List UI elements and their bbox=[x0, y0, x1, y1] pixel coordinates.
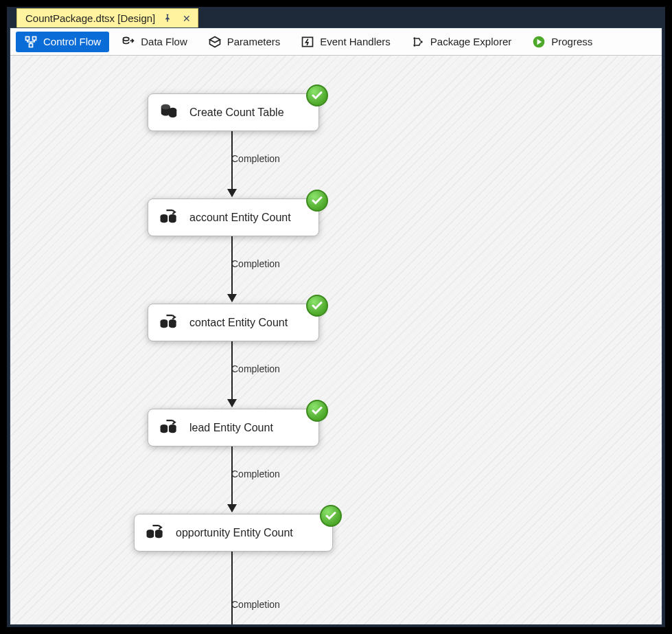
arrow-down-icon bbox=[227, 504, 237, 512]
pin-icon[interactable] bbox=[161, 13, 174, 24]
arrow-down-icon bbox=[227, 399, 237, 407]
document-tab[interactable]: CountPackage.dtsx [Design] ✕ bbox=[16, 8, 198, 27]
task-contact-entity-count[interactable]: contact Entity Count bbox=[148, 304, 319, 341]
task-label: Create Count Table bbox=[189, 106, 284, 119]
parameters-icon bbox=[208, 35, 222, 49]
svg-rect-1 bbox=[33, 36, 36, 40]
connector[interactable]: Completion bbox=[231, 552, 233, 624]
connector-label: Completion bbox=[230, 468, 281, 479]
designer-frame: Control Flow Data Flow Parameters Event … bbox=[10, 27, 662, 625]
connector[interactable]: Completion bbox=[231, 236, 233, 302]
tab-control-flow[interactable]: Control Flow bbox=[16, 32, 109, 52]
connector-label: Completion bbox=[230, 153, 281, 164]
arrow-down-icon bbox=[227, 294, 237, 302]
dataflow-task-icon bbox=[144, 521, 166, 544]
connector-label: Completion bbox=[230, 599, 281, 610]
tab-data-flow[interactable]: Data Flow bbox=[113, 32, 196, 52]
progress-icon bbox=[532, 35, 546, 49]
event-handlers-icon bbox=[301, 35, 314, 49]
success-badge-icon bbox=[320, 505, 342, 527]
svg-rect-2 bbox=[30, 43, 33, 47]
task-opportunity-entity-count[interactable]: opportunity Entity Count bbox=[134, 514, 333, 552]
connector-label: Completion bbox=[230, 363, 281, 374]
svg-point-7 bbox=[420, 41, 422, 43]
tab-label: Parameters bbox=[227, 36, 281, 47]
control-flow-icon bbox=[24, 35, 38, 49]
task-account-entity-count[interactable]: account Entity Count bbox=[148, 199, 319, 236]
svg-point-3 bbox=[124, 37, 129, 41]
connector[interactable]: Completion bbox=[231, 341, 233, 407]
success-badge-icon bbox=[306, 295, 328, 317]
svg-point-5 bbox=[413, 37, 415, 39]
svg-rect-0 bbox=[26, 36, 30, 40]
task-label: lead Entity Count bbox=[189, 422, 273, 434]
tab-label: Package Explorer bbox=[430, 36, 511, 47]
document-tab-title: CountPackage.dtsx [Design] bbox=[25, 12, 155, 24]
task-label: contact Entity Count bbox=[189, 317, 288, 329]
tab-progress[interactable]: Progress bbox=[524, 32, 601, 52]
close-icon[interactable]: ✕ bbox=[180, 13, 194, 24]
svg-point-10 bbox=[161, 104, 170, 110]
dataflow-task-icon bbox=[158, 416, 180, 439]
connector[interactable]: Completion bbox=[231, 446, 233, 512]
tab-event-handlers[interactable]: Event Handlers bbox=[292, 32, 399, 52]
task-lead-entity-count[interactable]: lead Entity Count bbox=[148, 409, 319, 446]
connector[interactable]: Completion bbox=[231, 131, 233, 196]
svg-point-6 bbox=[413, 44, 415, 46]
document-tab-strip: CountPackage.dtsx [Design] ✕ bbox=[7, 7, 665, 27]
task-label: account Entity Count bbox=[189, 212, 291, 224]
success-badge-icon bbox=[306, 190, 328, 212]
success-badge-icon bbox=[306, 400, 328, 422]
connector-label: Completion bbox=[230, 258, 281, 269]
tab-package-explorer[interactable]: Package Explorer bbox=[403, 32, 520, 52]
designer-sub-tabs: Control Flow Data Flow Parameters Event … bbox=[10, 28, 662, 56]
sql-task-icon bbox=[158, 101, 180, 124]
tab-label: Progress bbox=[551, 36, 592, 47]
dataflow-task-icon bbox=[158, 311, 180, 334]
tab-label: Event Handlers bbox=[320, 36, 391, 47]
arrow-down-icon bbox=[227, 189, 237, 197]
design-canvas[interactable]: Create Count Table Completion account En… bbox=[10, 56, 662, 624]
package-explorer-icon bbox=[411, 35, 425, 49]
task-create-count-table[interactable]: Create Count Table bbox=[148, 93, 319, 131]
tab-label: Control Flow bbox=[43, 36, 101, 47]
tab-label: Data Flow bbox=[141, 36, 187, 47]
tab-parameters[interactable]: Parameters bbox=[200, 32, 289, 52]
data-flow-icon bbox=[121, 35, 135, 49]
success-badge-icon bbox=[306, 84, 328, 106]
dataflow-task-icon bbox=[158, 206, 180, 229]
task-label: opportunity Entity Count bbox=[176, 527, 293, 539]
